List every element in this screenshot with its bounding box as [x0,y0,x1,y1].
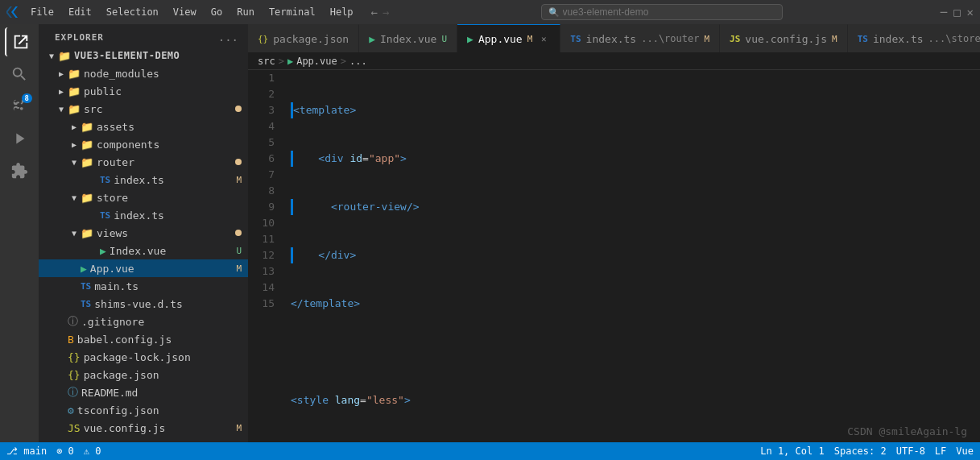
tree-gitignore[interactable]: ▶ ⓘ .gitignore [39,313,248,330]
sidebar-more-button[interactable]: ... [218,31,238,44]
tree-views[interactable]: ▼ 📁 views [39,224,248,242]
menu-help[interactable]: Help [324,5,360,19]
breadcrumb-src[interactable]: src [258,56,275,67]
views-label: views [97,227,235,239]
babel-icon: 𝙱 [68,334,74,346]
index-vue-badge: U [236,246,242,256]
breadcrumb-sep1: > [279,56,284,67]
activity-source-control[interactable]: 8 [5,92,34,121]
router-index-badge: M [236,175,242,185]
breadcrumb-app-vue[interactable]: ▶ [287,56,293,67]
tab-index-vue-badge: U [441,34,447,44]
menu-view[interactable]: View [167,5,203,19]
root-folder-icon: 📁 [58,50,71,62]
shims-label: shims-vue.d.ts [94,298,248,310]
tab-router-badge: M [704,34,709,44]
assets-folder-icon: 📁 [81,121,93,133]
status-line-ending[interactable]: LF [935,445,946,457]
menu-go[interactable]: Go [205,5,229,19]
breadcrumb-app-vue-label[interactable]: App.vue [296,56,337,67]
editor-content[interactable]: 12345 678910 1112131415 <template> <div … [248,70,980,442]
sidebar-title: EXPLORER [55,32,104,43]
tab-vue-config-icon: JS [730,34,740,44]
tree-assets[interactable]: ▶ 📁 assets [39,118,248,135]
router-index-label: index.ts [114,174,236,186]
tree-readme[interactable]: ▶ ⓘ README.md [39,383,248,401]
breadcrumb-more[interactable]: ... [349,56,367,67]
activity-explorer[interactable] [5,27,34,56]
public-arrow-icon: ▶ [55,87,68,96]
close-button[interactable]: ✕ [967,6,974,19]
nav-back-button[interactable]: ← [371,6,378,19]
tree-store-index[interactable]: ▶ TS index.ts [39,206,248,224]
tab-index-ts-router[interactable]: TS index.ts ...\router M [560,24,720,52]
status-encoding[interactable]: UTF-8 [896,445,925,457]
status-errors[interactable]: ⊗ 0 [56,445,74,457]
index-vue-icon: ▶ [100,245,106,257]
status-lang[interactable]: Vue [956,445,974,457]
search-bar[interactable]: 🔍 [541,4,783,20]
status-warnings[interactable]: ⚠ 0 [84,445,101,457]
store-index-ts-icon: TS [100,210,110,221]
activity-extensions[interactable] [5,156,34,185]
public-folder-icon: 📁 [68,85,81,97]
menu-file[interactable]: File [24,5,60,19]
main-ts-icon: TS [81,281,91,292]
menu-selection[interactable]: Selection [100,5,165,19]
views-folder-icon: 📁 [81,227,93,239]
code-line-5: </template> [291,296,980,312]
status-spaces[interactable]: Spaces: 2 [834,445,887,457]
tab-package-json-label: package.json [273,33,349,45]
node-modules-folder-icon: 📁 [68,68,81,80]
menu-terminal[interactable]: Terminal [263,5,322,19]
tree-vue-config[interactable]: ▶ JS vue.config.js M [39,419,248,437]
tree-node-modules[interactable]: ▶ 📁 node_modules [39,64,248,82]
tree-components[interactable]: ▶ 📁 components [39,135,248,153]
tab-app-vue-label: App.vue [478,33,523,45]
package-lock-icon: {} [68,351,81,363]
tree-babel-config[interactable]: ▶ 𝙱 babel.config.js [39,330,248,348]
code-line-4: </div> [291,247,980,263]
tab-vue-config[interactable]: JS vue.config.js M [720,24,848,52]
activity-run[interactable] [5,124,34,153]
menu-edit[interactable]: Edit [62,5,98,19]
tree-tsconfig[interactable]: ▶ ⚙ tsconfig.json [39,401,248,419]
status-branch[interactable]: ⎇ main [6,445,47,457]
components-folder-icon: 📁 [81,139,93,151]
tree-index-vue[interactable]: ▶ ▶ Index.vue U [39,242,248,259]
tab-index-vue[interactable]: ▶ Index.vue U [359,24,457,52]
tree-router[interactable]: ▼ 📁 router [39,153,248,171]
nav-forward-button[interactable]: → [382,6,389,19]
node-modules-label: node_modules [84,68,248,80]
tab-package-json[interactable]: {} package.json [248,24,359,52]
tree-public[interactable]: ▶ 📁 public [39,82,248,100]
editor-area: {} package.json ▶ Index.vue U ▶ App.vue … [248,24,980,442]
tree-router-index[interactable]: ▶ TS index.ts M [39,171,248,189]
router-label: router [97,156,235,168]
store-folder-icon: 📁 [81,192,93,204]
gitignore-icon: ⓘ [68,314,78,329]
tree-main-ts[interactable]: ▶ TS main.ts [39,277,248,295]
minimize-button[interactable]: ─ [941,6,947,19]
activity-search[interactable] [5,60,34,89]
menu-run[interactable]: Run [230,5,261,19]
tsconfig-icon: ⚙ [68,404,74,416]
tree-src[interactable]: ▼ 📁 src [39,100,248,118]
tree-root[interactable]: ▼ 📁 VUE3-ELEMENT-DEMO [39,47,248,64]
tree-store[interactable]: ▼ 📁 store [39,189,248,206]
tab-app-vue-close-button[interactable]: ✕ [537,32,550,45]
search-input[interactable] [563,6,775,18]
code-line-7: <style lang="less"> [291,392,980,408]
router-folder-icon: 📁 [81,156,93,168]
status-ln[interactable]: Ln 1, Col 1 [760,445,824,457]
tree-package-json[interactable]: ▶ {} package.json [39,366,248,383]
tree-app-vue[interactable]: ▶ ▶ App.vue M [39,259,248,277]
maximize-button[interactable]: □ [953,6,960,19]
router-arrow-icon: ▼ [68,158,81,167]
tree-package-lock[interactable]: ▶ {} package-lock.json [39,348,248,366]
tab-index-ts-store[interactable]: TS index.ts ...\store [848,24,980,52]
code-editor[interactable]: <template> <div id="app"> <router-view/>… [284,70,980,442]
tree-shims-vue[interactable]: ▶ TS shims-vue.d.ts [39,295,248,313]
tab-app-vue[interactable]: ▶ App.vue M ✕ [457,24,560,52]
breadcrumb: src > ▶ App.vue > ... [248,52,980,70]
